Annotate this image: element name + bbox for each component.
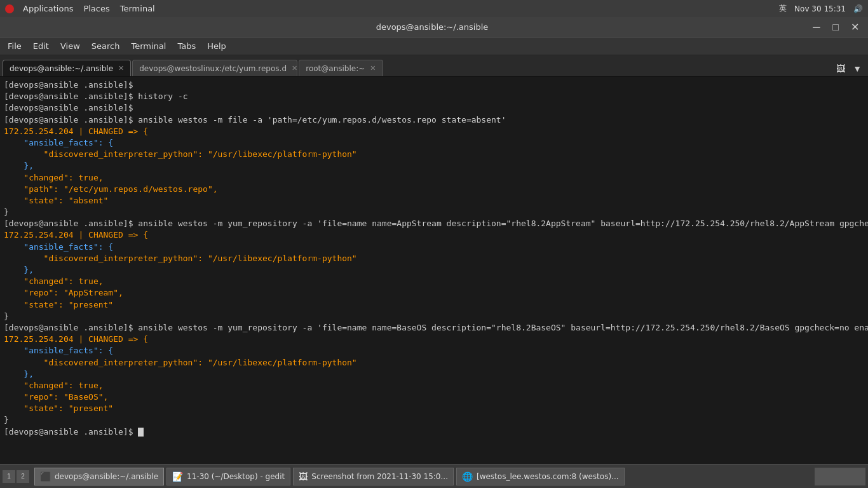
term-line: "state": "present": [4, 403, 864, 414]
datetime: Nov 30 15:31: [794, 4, 846, 13]
new-tab-button[interactable]: 🖼: [832, 62, 849, 75]
taskbar-item-label: [westos_lee.westos.com:8 (westos)...: [477, 472, 619, 481]
term-line: [devops@ansible .ansible]$ ansible westo…: [4, 218, 864, 229]
tab-2[interactable]: root@ansible:~ ✕: [299, 60, 383, 76]
terminal-window: devops@ansible:~/.ansible ─ □ ✕ File Edi…: [0, 17, 868, 488]
gedit-taskbar-icon: 📝: [172, 471, 183, 482]
term-line: "ansible_facts": {: [4, 345, 864, 356]
term-line: "path": "/etc/yum.repos.d/westos.repo",: [4, 184, 864, 195]
menu-file[interactable]: File: [3, 40, 27, 52]
minimize-button[interactable]: ─: [808, 20, 825, 34]
workspace-2[interactable]: 2: [17, 470, 29, 483]
applications-menu[interactable]: Applications: [19, 3, 77, 15]
tab-1[interactable]: devops@westoslinux:/etc/yum.repos.d ✕: [132, 60, 297, 76]
distro-logo: [5, 4, 14, 13]
term-line-changed: 172.25.254.204 | CHANGED => {: [4, 126, 864, 137]
volume-icon[interactable]: 🔊: [853, 4, 863, 13]
taskbar-pager: 1 2: [3, 470, 29, 483]
term-line: "discovered_interpreter_python": "/usr/l…: [4, 149, 864, 160]
terminal-content[interactable]: [devops@ansible .ansible]$ [devops@ansib…: [0, 77, 868, 488]
browser-taskbar-icon: 🌐: [462, 471, 473, 482]
tab-0-label: devops@ansible:~/.ansible: [10, 64, 113, 73]
term-line: [devops@ansible .ansible]$ ansible westo…: [4, 322, 864, 334]
term-line: }: [4, 207, 864, 218]
taskbar-item-label: 11-30 (~/Desktop) - gedit: [187, 472, 285, 481]
menu-tabs[interactable]: Tabs: [172, 40, 201, 52]
term-line: "ansible_facts": {: [4, 241, 864, 253]
window-title: devops@ansible:~/.ansible: [56, 22, 808, 32]
term-line-changed: 172.25.254.204 | CHANGED => {: [4, 229, 864, 241]
close-button[interactable]: ✕: [846, 20, 863, 34]
menu-terminal[interactable]: Terminal: [126, 40, 171, 52]
term-line: }: [4, 414, 864, 426]
tab-0[interactable]: devops@ansible:~/.ansible ✕: [3, 60, 131, 76]
menu-bar: File Edit View Search Terminal Tabs Help: [0, 37, 868, 55]
term-line-changed: 172.25.254.204 | CHANGED => {: [4, 334, 864, 345]
term-line: [devops@ansible .ansible]$: [4, 102, 864, 114]
term-line: [devops@ansible .ansible]$ history -c: [4, 91, 864, 102]
system-bar-left: Applications Places Terminal: [5, 3, 159, 15]
taskbar-item-label: devops@ansible:~/.ansible: [55, 472, 158, 481]
term-line: "changed": true,: [4, 172, 864, 184]
taskbar-item-gedit[interactable]: 📝 11-30 (~/Desktop) - gedit: [166, 468, 290, 485]
term-line: "state": "absent": [4, 195, 864, 207]
tab-1-close[interactable]: ✕: [292, 64, 297, 72]
maximize-button[interactable]: □: [827, 20, 844, 34]
term-line: "discovered_interpreter_python": "/usr/l…: [4, 357, 864, 369]
taskbar-item-browser[interactable]: 🌐 [westos_lee.westos.com:8 (westos)...: [456, 468, 625, 485]
tab-dropdown-button[interactable]: ▼: [849, 62, 865, 75]
tab-1-label: devops@westoslinux:/etc/yum.repos.d: [139, 64, 287, 73]
tabs-actions: 🖼 ▼: [832, 62, 865, 76]
places-menu[interactable]: Places: [79, 3, 113, 15]
title-bar: devops@ansible:~/.ansible ─ □ ✕: [0, 17, 868, 37]
tab-2-close[interactable]: ✕: [370, 64, 376, 72]
term-line: [devops@ansible .ansible]$: [4, 79, 864, 91]
taskbar: 1 2 ⬛ devops@ansible:~/.ansible 📝 11-30 …: [0, 464, 868, 488]
term-line: "changed": true,: [4, 380, 864, 391]
tab-2-label: root@ansible:~: [306, 64, 365, 73]
taskbar-item-terminal[interactable]: ⬛ devops@ansible:~/.ansible: [34, 468, 164, 485]
tabs-bar: devops@ansible:~/.ansible ✕ devops@westo…: [0, 55, 868, 77]
term-line: "discovered_interpreter_python": "/usr/l…: [4, 253, 864, 264]
menu-search[interactable]: Search: [86, 40, 125, 52]
terminal-menu[interactable]: Terminal: [116, 3, 159, 15]
term-line-cursor: [devops@ansible .ansible]$: [4, 426, 864, 438]
taskbar-systray: [815, 468, 865, 485]
menu-edit[interactable]: Edit: [28, 40, 54, 52]
term-line: [devops@ansible .ansible]$ ansible westo…: [4, 114, 864, 126]
taskbar-item-label: Screenshot from 2021-11-30 15:0...: [311, 472, 448, 481]
menu-view[interactable]: View: [55, 40, 85, 52]
term-line: "ansible_facts": {: [4, 137, 864, 149]
system-bar-right: 英 Nov 30 15:31 🔊: [779, 3, 863, 14]
system-bar: Applications Places Terminal 英 Nov 30 15…: [0, 0, 868, 17]
screenshot-taskbar-icon: 🖼: [299, 471, 308, 482]
term-line: },: [4, 369, 864, 380]
term-line: "repo": "AppStream",: [4, 287, 864, 299]
menu-help[interactable]: Help: [202, 40, 231, 52]
term-line: "state": "present": [4, 299, 864, 311]
terminal-taskbar-icon: ⬛: [40, 471, 51, 482]
taskbar-item-screenshot[interactable]: 🖼 Screenshot from 2021-11-30 15:0...: [293, 468, 454, 485]
term-line: "changed": true,: [4, 276, 864, 287]
lang-indicator[interactable]: 英: [779, 3, 787, 14]
workspace-1[interactable]: 1: [3, 470, 15, 483]
term-line: },: [4, 160, 864, 172]
term-line: "repo": "BaseOS",: [4, 391, 864, 403]
term-line: }: [4, 311, 864, 322]
tab-0-close[interactable]: ✕: [118, 64, 124, 72]
cursor: [138, 428, 144, 437]
window-controls: ─ □ ✕: [808, 20, 863, 34]
term-line: },: [4, 264, 864, 276]
